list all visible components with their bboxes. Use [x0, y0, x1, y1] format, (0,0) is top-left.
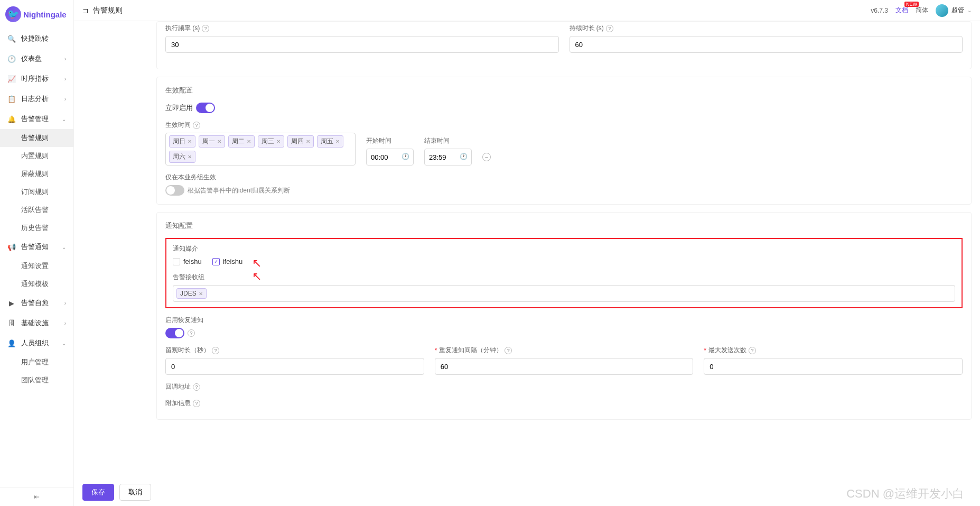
badge-new: NEW — [904, 2, 919, 7]
back-icon[interactable]: ⊐ — [82, 6, 89, 15]
info-icon[interactable]: ? — [188, 329, 195, 337]
close-icon[interactable]: ✕ — [306, 139, 310, 144]
doc-link[interactable]: 文档 NEW — [895, 6, 908, 15]
notify-section-title: 通知配置 — [165, 221, 963, 231]
nav-sub-mute-rules[interactable]: 屏蔽规则 — [0, 165, 73, 183]
close-icon[interactable]: ✕ — [188, 154, 192, 160]
nav-label: 时序指标 — [21, 74, 49, 84]
checkbox-icon: ✓ — [212, 258, 220, 265]
scope-label: 仅在本业务组生效 — [165, 173, 963, 182]
notify-recv-select[interactable]: JDES✕ — [173, 285, 955, 302]
tag-label: JDES — [180, 290, 197, 297]
nav-sub-active-alerts[interactable]: 活跃告警 — [0, 201, 73, 219]
nav-sub-alert-rules[interactable]: 告警规则 — [0, 129, 73, 147]
header: ⊐ 告警规则 v6.7.3 文档 NEW 简体 超管 ⌄ — [74, 0, 980, 21]
recover-label: 启用恢复通知 — [165, 316, 963, 325]
info-icon[interactable]: ? — [505, 347, 512, 354]
footer-actions: 保存 取消 — [82, 484, 151, 501]
nav-sub-user-mgmt[interactable]: 用户管理 — [0, 353, 73, 371]
save-button[interactable]: 保存 — [82, 484, 114, 501]
tag-day[interactable]: 周六✕ — [169, 151, 195, 163]
user-icon: 👤 — [7, 339, 16, 347]
checkbox-label: ifeishu — [223, 257, 243, 265]
exec-freq-input[interactable] — [165, 36, 559, 53]
close-icon[interactable]: ✕ — [276, 139, 281, 144]
megaphone-icon: 📢 — [7, 243, 16, 251]
nav-self-heal[interactable]: ▶告警自愈› — [0, 293, 73, 313]
enable-switch[interactable] — [196, 103, 215, 113]
lang-switch[interactable]: 简体 — [916, 6, 928, 15]
nav-label: 告警自愈 — [21, 298, 49, 308]
server-icon: 🗄 — [7, 319, 16, 327]
nav-metrics[interactable]: 📈时序指标› — [0, 69, 73, 89]
nav-sub-notify-settings[interactable]: 通知设置 — [0, 257, 73, 275]
media-checkbox-feishu[interactable]: feishu — [173, 257, 202, 265]
chevron-right-icon: › — [64, 320, 66, 326]
nav-quickjump[interactable]: 🔍快捷跳转 — [0, 29, 73, 49]
clock-icon: 🕐 — [460, 153, 468, 160]
effect-section: 生效配置 立即启用 生效时间 ? 周日✕ 周一✕ 周二✕ 周三✕ 周四✕ 周五✕… — [156, 77, 972, 205]
info-icon[interactable]: ? — [749, 347, 756, 354]
nav-alert-notify[interactable]: 📢告警通知⌄ — [0, 237, 73, 257]
close-icon[interactable]: ✕ — [199, 291, 203, 297]
effect-time-label: 生效时间 — [165, 121, 191, 130]
breadcrumb: ⊐ 告警规则 — [82, 6, 123, 15]
max-input[interactable] — [704, 358, 963, 375]
nav-infrastructure[interactable]: 🗄基础设施› — [0, 313, 73, 333]
user-menu[interactable]: 超管 ⌄ — [936, 4, 972, 17]
max-label: 最大发送次数 — [708, 346, 746, 355]
chevron-right-icon: › — [64, 96, 66, 102]
notify-media-label: 通知媒介 — [173, 244, 955, 253]
info-icon[interactable]: ? — [202, 25, 209, 32]
effect-days-tags[interactable]: 周日✕ 周一✕ 周二✕ 周三✕ 周四✕ 周五✕ 周六✕ — [165, 133, 356, 165]
tag-label: 周五 — [321, 137, 333, 146]
info-icon[interactable]: ? — [606, 25, 613, 32]
chevron-right-icon: › — [64, 56, 66, 62]
close-icon[interactable]: ✕ — [335, 139, 340, 144]
close-icon[interactable]: ✕ — [247, 139, 251, 144]
effect-section-title: 生效配置 — [165, 86, 963, 95]
tag-day[interactable]: 周一✕ — [199, 135, 225, 148]
nav-sub-builtin-rules[interactable]: 内置规则 — [0, 147, 73, 165]
nav-dashboard[interactable]: 🕐仪表盘› — [0, 49, 73, 69]
remove-row-button[interactable]: − — [482, 153, 491, 161]
info-icon[interactable]: ? — [193, 400, 200, 407]
nav-persons[interactable]: 👤人员组织⌄ — [0, 333, 73, 353]
nav-sub-sub-rules[interactable]: 订阅规则 — [0, 183, 73, 201]
nav-label: 人员组织 — [21, 338, 49, 348]
nav-label: 告警管理 — [21, 114, 49, 124]
close-icon[interactable]: ✕ — [217, 139, 221, 144]
tag-recv[interactable]: JDES✕ — [176, 288, 207, 299]
info-icon[interactable]: ? — [193, 122, 200, 129]
sidebar: 🐦 Nightingale 🔍快捷跳转 🕐仪表盘› 📈时序指标› 📋日志分析› … — [0, 0, 74, 506]
tag-day[interactable]: 周二✕ — [228, 135, 255, 148]
sidebar-collapse-toggle[interactable]: ⇤ — [0, 487, 73, 506]
nav-sub-team-mgmt[interactable]: 团队管理 — [0, 371, 73, 389]
mute-input[interactable] — [165, 358, 424, 375]
media-checkbox-ifeishu[interactable]: ✓ ifeishu — [212, 257, 243, 265]
info-icon[interactable]: ? — [193, 383, 200, 391]
tag-day[interactable]: 周四✕ — [287, 135, 314, 148]
recover-switch[interactable] — [165, 328, 184, 338]
checkbox-icon — [173, 258, 180, 265]
enable-label: 立即启用 — [165, 103, 193, 113]
tag-day[interactable]: 周三✕ — [258, 135, 284, 148]
exec-dur-input[interactable] — [570, 36, 963, 53]
tag-day[interactable]: 周日✕ — [169, 135, 195, 148]
annotation-highlight: 通知媒介 feishu ✓ ifeishu ↖ 告警接收组 ↖ — [165, 238, 963, 308]
tag-label: 周一 — [202, 137, 215, 146]
nav-alert-mgmt[interactable]: 🔔告警管理⌄ — [0, 109, 73, 129]
close-icon[interactable]: ✕ — [188, 139, 192, 144]
extra-label: 附加信息 — [165, 399, 191, 408]
username: 超管 — [951, 6, 964, 15]
tag-day[interactable]: 周五✕ — [317, 135, 343, 148]
nav-sub-notify-template[interactable]: 通知模板 — [0, 275, 73, 293]
nav-logs[interactable]: 📋日志分析› — [0, 89, 73, 109]
nav-label: 仪表盘 — [21, 54, 42, 63]
logo[interactable]: 🐦 Nightingale — [0, 0, 73, 29]
scope-switch[interactable] — [165, 185, 184, 196]
info-icon[interactable]: ? — [212, 347, 219, 354]
repeat-input[interactable] — [435, 358, 694, 375]
cancel-button[interactable]: 取消 — [119, 484, 151, 501]
nav-sub-history-alerts[interactable]: 历史告警 — [0, 219, 73, 237]
